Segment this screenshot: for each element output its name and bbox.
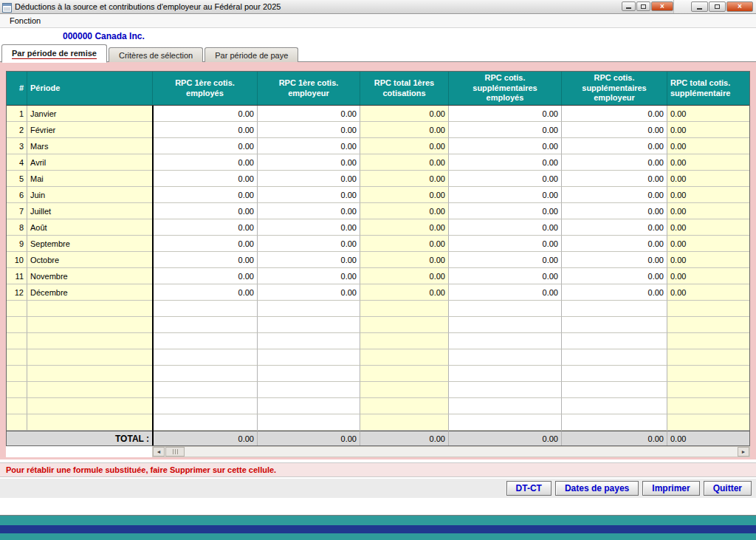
value-cell[interactable] bbox=[360, 301, 449, 317]
period-cell[interactable]: Décembre bbox=[27, 284, 153, 301]
value-cell[interactable] bbox=[562, 398, 667, 414]
parent-close-button[interactable]: × bbox=[726, 1, 753, 12]
value-cell[interactable] bbox=[667, 366, 749, 382]
row-number-cell[interactable]: 2 bbox=[7, 122, 27, 138]
value-cell[interactable]: 0.00 bbox=[449, 138, 562, 154]
value-cell[interactable] bbox=[258, 349, 360, 366]
period-cell[interactable]: Mai bbox=[27, 171, 153, 187]
period-cell[interactable]: Janvier bbox=[27, 106, 153, 122]
imprimer-button[interactable]: Imprimer bbox=[642, 481, 699, 496]
row-number-cell[interactable]: 8 bbox=[7, 219, 27, 236]
value-cell[interactable] bbox=[360, 366, 449, 382]
value-cell[interactable] bbox=[153, 349, 258, 366]
value-cell[interactable]: 0.00 bbox=[360, 284, 449, 301]
row-number-cell[interactable]: 10 bbox=[7, 252, 27, 268]
period-cell[interactable] bbox=[27, 349, 153, 366]
value-cell[interactable] bbox=[360, 398, 449, 414]
column-header-1[interactable]: Période bbox=[27, 72, 153, 105]
value-cell[interactable] bbox=[360, 317, 449, 333]
value-cell[interactable] bbox=[562, 333, 667, 349]
value-cell[interactable] bbox=[153, 301, 258, 317]
value-cell[interactable]: 0.00 bbox=[360, 106, 449, 122]
value-cell[interactable] bbox=[360, 414, 449, 431]
row-number-cell[interactable] bbox=[7, 301, 27, 317]
row-number-cell[interactable] bbox=[7, 349, 27, 366]
scroll-left-button[interactable]: ◄ bbox=[153, 447, 165, 457]
value-cell[interactable]: 0.00 bbox=[449, 154, 562, 171]
row-number-cell[interactable]: 7 bbox=[7, 203, 27, 219]
value-cell[interactable]: 0.00 bbox=[153, 268, 258, 284]
value-cell[interactable]: 0.00 bbox=[667, 122, 749, 138]
value-cell[interactable]: 0.00 bbox=[360, 268, 449, 284]
period-cell[interactable] bbox=[27, 317, 153, 333]
period-cell[interactable]: Août bbox=[27, 219, 153, 236]
value-cell[interactable]: 0.00 bbox=[258, 236, 360, 252]
value-cell[interactable]: 0.00 bbox=[360, 187, 449, 203]
value-cell[interactable] bbox=[153, 398, 258, 414]
value-cell[interactable] bbox=[562, 414, 667, 431]
tab-criteres-de-selection[interactable]: Critères de sélection bbox=[109, 47, 203, 62]
period-cell[interactable]: Mars bbox=[27, 138, 153, 154]
value-cell[interactable]: 0.00 bbox=[360, 138, 449, 154]
column-header-5[interactable]: RPC cotis. supplémentaires employés bbox=[449, 72, 562, 105]
value-cell[interactable]: 0.00 bbox=[667, 219, 749, 236]
dt-ct-button[interactable]: DT-CT bbox=[506, 481, 551, 496]
value-cell[interactable] bbox=[258, 317, 360, 333]
value-cell[interactable]: 0.00 bbox=[667, 268, 749, 284]
value-cell[interactable] bbox=[258, 366, 360, 382]
value-cell[interactable]: 0.00 bbox=[667, 106, 749, 122]
value-cell[interactable] bbox=[449, 349, 562, 366]
value-cell[interactable] bbox=[360, 382, 449, 398]
value-cell[interactable]: 0.00 bbox=[667, 203, 749, 219]
column-header-3[interactable]: RPC 1ère cotis. employeur bbox=[258, 72, 360, 105]
value-cell[interactable] bbox=[360, 349, 449, 366]
value-cell[interactable] bbox=[153, 366, 258, 382]
value-cell[interactable]: 0.00 bbox=[153, 106, 258, 122]
value-cell[interactable]: 0.00 bbox=[562, 284, 667, 301]
scroll-right-button[interactable]: ► bbox=[738, 447, 749, 457]
value-cell[interactable]: 0.00 bbox=[153, 154, 258, 171]
value-cell[interactable]: 0.00 bbox=[258, 219, 360, 236]
period-cell[interactable]: Juin bbox=[27, 187, 153, 203]
column-header-7[interactable]: RPC total cotis. supplémentaire bbox=[667, 72, 749, 105]
row-number-cell[interactable] bbox=[7, 333, 27, 349]
value-cell[interactable]: 0.00 bbox=[258, 187, 360, 203]
dates-de-payes-button[interactable]: Dates de payes bbox=[555, 481, 639, 496]
value-cell[interactable]: 0.00 bbox=[153, 236, 258, 252]
row-number-cell[interactable] bbox=[7, 317, 27, 333]
column-header-0[interactable]: # bbox=[7, 72, 27, 105]
row-number-cell[interactable]: 11 bbox=[7, 268, 27, 284]
tab-par-periode-de-paye[interactable]: Par période de paye bbox=[205, 47, 298, 62]
value-cell[interactable]: 0.00 bbox=[667, 236, 749, 252]
value-cell[interactable] bbox=[562, 317, 667, 333]
value-cell[interactable]: 0.00 bbox=[449, 122, 562, 138]
value-cell[interactable]: 0.00 bbox=[258, 138, 360, 154]
value-cell[interactable]: 0.00 bbox=[153, 122, 258, 138]
value-cell[interactable]: 0.00 bbox=[449, 219, 562, 236]
value-cell[interactable]: 0.00 bbox=[258, 122, 360, 138]
value-cell[interactable]: 0.00 bbox=[360, 122, 449, 138]
period-cell[interactable]: Février bbox=[27, 122, 153, 138]
period-cell[interactable] bbox=[27, 366, 153, 382]
value-cell[interactable] bbox=[667, 349, 749, 366]
row-number-cell[interactable] bbox=[7, 398, 27, 414]
value-cell[interactable]: 0.00 bbox=[258, 203, 360, 219]
period-cell[interactable]: Octobre bbox=[27, 252, 153, 268]
period-cell[interactable]: Septembre bbox=[27, 236, 153, 252]
value-cell[interactable] bbox=[258, 398, 360, 414]
value-cell[interactable]: 0.00 bbox=[258, 154, 360, 171]
tab-par-periode-de-remise[interactable]: Par période de remise bbox=[1, 44, 107, 63]
value-cell[interactable]: 0.00 bbox=[667, 252, 749, 268]
value-cell[interactable]: 0.00 bbox=[258, 171, 360, 187]
value-cell[interactable]: 0.00 bbox=[667, 171, 749, 187]
value-cell[interactable] bbox=[667, 382, 749, 398]
value-cell[interactable]: 0.00 bbox=[258, 268, 360, 284]
value-cell[interactable] bbox=[449, 398, 562, 414]
value-cell[interactable]: 0.00 bbox=[258, 106, 360, 122]
value-cell[interactable]: 0.00 bbox=[360, 219, 449, 236]
value-cell[interactable]: 0.00 bbox=[258, 284, 360, 301]
row-number-cell[interactable] bbox=[7, 366, 27, 382]
value-cell[interactable] bbox=[449, 301, 562, 317]
value-cell[interactable]: 0.00 bbox=[153, 171, 258, 187]
value-cell[interactable]: 0.00 bbox=[562, 122, 667, 138]
